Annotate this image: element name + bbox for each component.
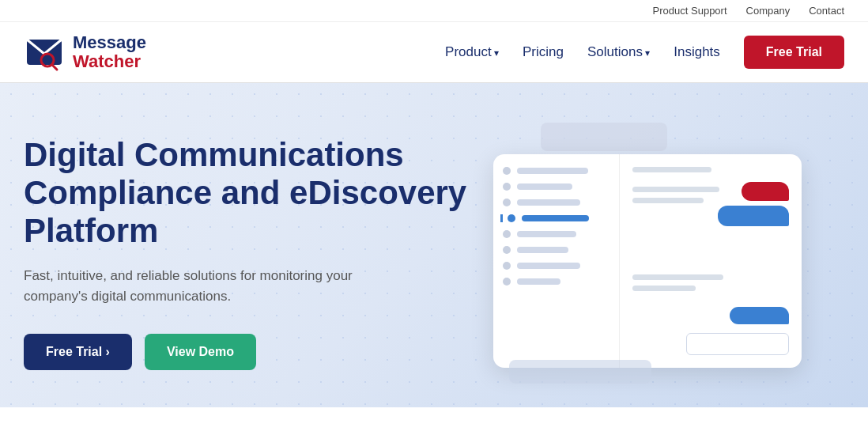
mock-list-row-7: [503, 262, 609, 270]
main-nav: Message Watcher Product Pricing Solution…: [0, 22, 868, 83]
hero-free-trial-button[interactable]: Free Trial ›: [24, 334, 132, 370]
mock-bubble-blue-large: [718, 206, 789, 226]
mock-dot-2: [503, 183, 511, 191]
hero-buttons: Free Trial › View Demo: [24, 334, 475, 370]
mock-input-box: [686, 333, 789, 355]
mock-more-line-2: [632, 286, 696, 291]
hero-left: Digital Communications Compliance and eD…: [24, 136, 475, 371]
mock-dot-5: [503, 230, 511, 238]
mock-right-panel: [620, 154, 802, 368]
mock-received-line-1: [632, 187, 719, 192]
mock-list-row-6: [503, 246, 609, 254]
pricing-nav[interactable]: Pricing: [523, 44, 564, 60]
mock-left-panel: [493, 154, 620, 368]
mock-line-7: [517, 263, 580, 269]
mock-line-4-active: [522, 215, 589, 221]
hero-title: Digital Communications Compliance and eD…: [24, 136, 475, 251]
mock-ui-illustration: [493, 123, 825, 384]
mock-dot-3: [503, 199, 511, 206]
mock-more-line-1: [632, 274, 723, 280]
hero-subtitle: Fast, intuitive, and reliable solutions …: [24, 266, 419, 306]
logo-icon: [24, 32, 65, 73]
mock-more-lines: [632, 274, 789, 291]
mock-dot-8: [503, 278, 511, 286]
company-link[interactable]: Company: [746, 5, 791, 17]
solutions-nav[interactable]: Solutions: [587, 44, 650, 60]
mock-line-3: [517, 199, 580, 206]
mock-line-5: [517, 231, 576, 237]
logo-line1: Message: [73, 33, 146, 52]
insights-nav[interactable]: Insights: [674, 44, 720, 60]
mock-line-6: [517, 247, 568, 253]
svg-line-2: [52, 65, 57, 70]
mock-dot-6: [503, 246, 511, 254]
mock-line-1: [517, 168, 588, 174]
hero-right: [475, 123, 844, 384]
mock-bubble-blue-small: [730, 307, 789, 324]
product-nav[interactable]: Product: [445, 44, 499, 60]
mock-list-row-5: [503, 230, 609, 238]
mock-bubble-red: [742, 182, 789, 201]
mock-dot-7: [503, 262, 511, 270]
mock-line-8: [517, 278, 560, 285]
mock-list-row-8: [503, 278, 609, 286]
mock-dot-4-active: [508, 214, 515, 222]
mock-list-row-2: [503, 183, 609, 191]
mock-line-2: [517, 183, 572, 190]
mock-top-card: [541, 123, 667, 151]
mock-list-row-3: [503, 199, 609, 206]
nav-links: Product Pricing Solutions Insights Free …: [445, 36, 844, 69]
hero-section: Digital Communications Compliance and eD…: [0, 83, 868, 407]
logo-line2: Watcher: [73, 52, 146, 71]
hero-view-demo-button[interactable]: View Demo: [145, 334, 256, 370]
mock-dot-1: [503, 167, 511, 175]
top-utility-bar: Product Support Company Contact: [0, 0, 868, 22]
mock-received-line-2: [632, 198, 704, 203]
contact-link[interactable]: Contact: [809, 5, 844, 17]
mock-list-row-4-active: [500, 214, 609, 222]
product-support-link[interactable]: Product Support: [653, 5, 727, 17]
logo[interactable]: Message Watcher: [24, 32, 146, 73]
nav-free-trial-button[interactable]: Free Trial: [744, 36, 844, 69]
mock-list-row-1: [503, 167, 609, 175]
mock-main-card: [493, 154, 802, 368]
mock-bottom-card: [509, 360, 651, 384]
logo-text: Message Watcher: [73, 33, 146, 71]
mock-top-line: [632, 167, 711, 172]
